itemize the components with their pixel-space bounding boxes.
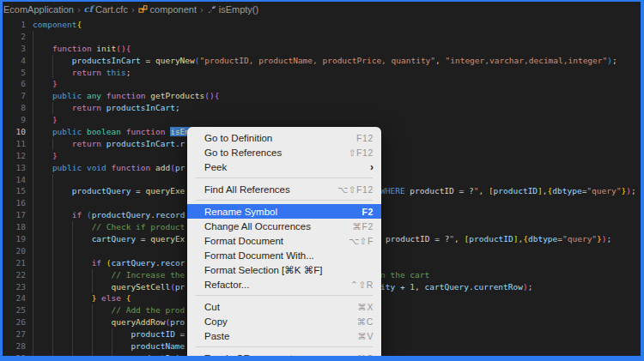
line-number[interactable]: 4 — [3, 55, 26, 67]
code-token: // Check if product — [92, 222, 185, 232]
code-line[interactable]: 6} — [3, 78, 641, 90]
code-token: queryEx — [150, 234, 185, 244]
line-number[interactable]: 15 — [3, 185, 26, 197]
code-text: querySetCell(pr — [33, 281, 185, 293]
indent-guide — [33, 150, 52, 162]
menu-item-format-document[interactable]: Format Document⌥⇧F — [187, 233, 381, 248]
line-number[interactable]: 22 — [3, 269, 26, 281]
line-number[interactable]: 2 — [3, 31, 26, 43]
menu-item-find-all-references[interactable]: Find All References⌥⇧F12 — [187, 182, 381, 196]
menu-item-label: Format Document — [204, 236, 349, 246]
menu-item-peek[interactable]: Peek› — [187, 159, 381, 174]
code-text: return productsInCart.r — [33, 138, 185, 150]
code-token: productID — [131, 329, 174, 339]
indent-guide — [52, 316, 72, 328]
line-number[interactable]: 5 — [3, 67, 26, 79]
line-number[interactable]: 1 — [3, 19, 26, 31]
indent-guide — [33, 67, 52, 79]
code-line[interactable]: 2 — [3, 31, 641, 43]
coldfusion-file-icon: cf — [84, 4, 93, 14]
code-token: // Increase the — [112, 270, 185, 280]
line-number[interactable]: 28 — [3, 340, 26, 352]
line-number[interactable]: 25 — [3, 304, 26, 316]
code-token: "integer,varchar,decimal,integer" — [446, 56, 608, 65]
line-number[interactable]: 3 — [3, 43, 26, 55]
line-number[interactable]: 11 — [3, 138, 26, 150]
line-number[interactable]: 29 — [3, 352, 26, 356]
code-token: , — [435, 56, 445, 65]
indent-guide — [52, 138, 72, 150]
line-number[interactable]: 19 — [3, 233, 26, 245]
indent-guide — [52, 292, 72, 304]
code-line[interactable]: 8return productsInCart; — [3, 102, 641, 114]
line-number[interactable]: 16 — [3, 197, 26, 209]
code-token: productID = ? — [405, 186, 474, 196]
code-text — [33, 245, 92, 257]
code-text-after-menu: productID = ?", [productID],{dbtype="que… — [386, 233, 611, 245]
indent-guide — [33, 138, 52, 150]
line-number[interactable]: 20 — [3, 245, 26, 257]
menu-item-format-document-with[interactable]: Format Document With... — [187, 248, 381, 262]
line-number[interactable]: 10 — [3, 126, 26, 138]
indent-guide — [33, 90, 52, 102]
breadcrumb-item-isempty[interactable]: isEmpty() — [207, 4, 258, 15]
code-line[interactable]: 7public any function getProducts(){ — [3, 90, 641, 102]
breadcrumb-item-cart-cfc[interactable]: cfCart.cfc — [84, 4, 128, 15]
code-token: WHERE — [380, 186, 405, 196]
line-number[interactable]: 23 — [3, 281, 26, 293]
line-number[interactable]: 7 — [3, 90, 26, 102]
menu-item-copy[interactable]: Copy⌘C — [187, 314, 381, 328]
code-line[interactable]: 3function init(){ — [3, 43, 641, 55]
indent-guide — [72, 316, 92, 328]
code-token: return — [72, 103, 106, 112]
indent-guide — [52, 257, 72, 269]
code-text: productName — [33, 340, 185, 352]
menu-item-change-all-occurrences[interactable]: Change All Occurrences⌘F2 — [187, 219, 381, 233]
menu-item-go-to-definition[interactable]: Go to DefinitionF12 — [187, 130, 381, 145]
indent-guide — [92, 281, 112, 293]
line-number[interactable]: 24 — [3, 292, 26, 304]
code-token: productID — [494, 186, 538, 196]
menu-shortcut: ⌥⌘C — [346, 353, 374, 357]
indent-guide — [72, 292, 92, 304]
code-token: "productID, productName, productPrice, q… — [200, 56, 436, 65]
code-token: public — [52, 163, 87, 172]
code-token: any — [87, 91, 106, 100]
code-line[interactable]: 5return this; — [3, 67, 641, 79]
code-token: , — [415, 282, 424, 292]
menu-item-go-to-references[interactable]: Go to References⇧F12 — [187, 145, 381, 159]
indent-guide — [33, 221, 52, 233]
line-number[interactable]: 8 — [3, 102, 26, 114]
code-line[interactable]: 9} — [3, 114, 641, 126]
breadcrumb-item-ecomapplication[interactable]: EcomApplication — [3, 4, 74, 15]
menu-item-label: Cut — [204, 302, 357, 312]
line-number[interactable]: 13 — [3, 162, 26, 174]
menu-item-toggle-cf-comment[interactable]: Toggle CF comment⌥⌘C — [187, 351, 381, 356]
code-token: getProducts — [150, 91, 204, 100]
line-number[interactable]: 26 — [3, 316, 26, 328]
line-number[interactable]: 9 — [3, 114, 26, 126]
line-number[interactable]: 27 — [3, 328, 26, 340]
breadcrumb-label: component — [150, 4, 197, 15]
line-number[interactable]: 12 — [3, 150, 26, 162]
line-number[interactable]: 6 — [3, 78, 26, 90]
indent-guide — [72, 221, 92, 233]
line-number[interactable]: 21 — [3, 257, 26, 269]
menu-item-rename-symbol[interactable]: Rename SymbolF2 — [187, 204, 381, 219]
line-number[interactable]: 14 — [3, 174, 26, 186]
code-line[interactable]: 1component{ — [3, 19, 641, 31]
indent-guide — [52, 174, 72, 186]
line-number[interactable]: 17 — [3, 209, 26, 221]
code-line[interactable]: 4productsInCart = queryNew("productID, p… — [3, 55, 641, 67]
code-token: } — [52, 79, 58, 88]
line-number[interactable]: 18 — [3, 221, 26, 233]
menu-item-cut[interactable]: Cut⌘X — [187, 299, 381, 314]
code-token: recor — [161, 258, 185, 268]
code-token: { — [76, 20, 82, 29]
menu-item-refactor[interactable]: Refactor...⌃⇧R — [187, 277, 381, 292]
breadcrumb-item-component[interactable]: component — [138, 4, 197, 15]
menu-item-format-selection-k-f[interactable]: Format Selection [⌘K ⌘F] — [187, 262, 381, 277]
indent-guide — [52, 209, 72, 221]
menu-item-paste[interactable]: Paste⌘V — [187, 328, 381, 343]
code-token: else — [101, 293, 126, 303]
